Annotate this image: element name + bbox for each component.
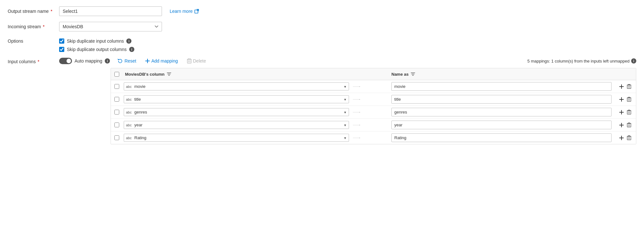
name-as-input[interactable] (391, 108, 612, 116)
row-actions (617, 96, 636, 102)
add-row-icon (619, 110, 624, 115)
arrow-connector (350, 97, 363, 102)
mapping-info-icon: i (631, 58, 636, 64)
input-columns-label-text: Input columns (8, 59, 36, 64)
svg-marker-34 (359, 124, 360, 125)
delete-row-button[interactable] (626, 122, 632, 128)
arrow-connector (350, 84, 363, 89)
delete-row-button[interactable] (626, 135, 632, 141)
output-stream-input[interactable] (59, 6, 162, 16)
svg-rect-29 (627, 111, 631, 114)
mapping-info: 5 mappings: 1 column(s) from the inputs … (527, 58, 636, 64)
delete-row-icon (627, 110, 631, 115)
name-as-cell (389, 121, 617, 129)
mappings-table: MoviesDB's column Name as (111, 68, 636, 144)
skip-duplicate-output-checkbox[interactable] (59, 47, 64, 52)
add-row-button[interactable] (619, 122, 624, 128)
toggle-thumb (67, 59, 71, 63)
row-actions (617, 83, 636, 89)
incoming-stream-select[interactable]: MoviesDB (59, 22, 162, 31)
skip-duplicate-input-info-icon: i (126, 38, 131, 44)
row-checkbox[interactable] (114, 84, 119, 89)
row-actions (617, 109, 636, 115)
col1-filter-icon[interactable] (166, 72, 172, 77)
arrow-line-svg (353, 97, 361, 102)
name-as-input[interactable] (391, 95, 612, 104)
add-row-button[interactable] (619, 135, 624, 141)
svg-rect-21 (627, 98, 631, 101)
reset-button[interactable]: Reset (116, 58, 138, 64)
arrow-line-svg (353, 84, 361, 89)
skip-duplicate-output-label: Skip duplicate output columns (67, 47, 127, 52)
row-checkbox-cell (111, 84, 122, 89)
add-row-icon (619, 136, 624, 140)
svg-rect-4 (187, 59, 191, 63)
skip-duplicate-input-checkbox[interactable] (59, 38, 64, 44)
header-checkbox-cell (111, 72, 122, 77)
column-select[interactable]: movietitlegenresyearRating (134, 97, 347, 102)
arrow-connector (350, 135, 363, 140)
delete-row-icon (627, 84, 631, 89)
add-mapping-label: Add mapping (151, 58, 178, 64)
arrow-line-svg (353, 123, 361, 128)
skip-duplicate-input-label: Skip duplicate input columns (67, 38, 124, 44)
delete-row-button[interactable] (626, 109, 632, 115)
add-mapping-button[interactable]: Add mapping (144, 58, 179, 64)
column-select[interactable]: movietitlegenresyearRating (134, 110, 347, 115)
name-as-cell (389, 82, 617, 91)
toggle-track (59, 58, 72, 64)
svg-rect-13 (627, 85, 631, 89)
add-row-icon (619, 123, 624, 127)
arrow-line-svg (353, 110, 361, 115)
incoming-stream-row: Incoming stream * MoviesDB (8, 22, 636, 31)
column-select[interactable]: movietitlegenresyearRating (134, 123, 347, 127)
external-link-icon (194, 9, 199, 13)
table-row: abc movietitlegenresyearRating ▼ (111, 119, 636, 131)
delete-row-icon (627, 97, 631, 102)
delete-row-button[interactable] (626, 96, 632, 102)
col2-filter-icon[interactable] (410, 72, 416, 77)
add-row-button[interactable] (619, 109, 624, 115)
col2-header: Name as (389, 72, 617, 77)
column-select-wrap: abc movietitlegenresyearRating ▼ (124, 134, 349, 142)
name-as-input[interactable] (391, 82, 612, 91)
options-label: Options (8, 38, 59, 44)
required-star-input: * (36, 59, 39, 64)
column-select-wrap: abc movietitlegenresyearRating ▼ (124, 108, 349, 116)
output-stream-row: Output stream name * Learn more (8, 6, 636, 16)
svg-marker-10 (359, 86, 360, 87)
row-checkbox[interactable] (114, 97, 119, 102)
delete-row-icon (627, 135, 631, 140)
learn-more-link[interactable]: Learn more (170, 9, 199, 14)
row-checkbox[interactable] (114, 123, 119, 127)
select-all-checkbox[interactable] (114, 72, 119, 77)
mapping-toolbar: Auto mapping i Reset (59, 58, 636, 64)
table-row: abc movietitlegenresyearRating ▼ (111, 131, 636, 144)
row-checkbox[interactable] (114, 135, 119, 140)
svg-rect-37 (627, 123, 631, 127)
col-type-badge: abc (126, 123, 133, 127)
column-select[interactable]: movietitlegenresyearRating (134, 84, 347, 89)
options-col: Skip duplicate input columns i Skip dupl… (59, 38, 134, 52)
col2-header-text: Name as (391, 72, 408, 77)
table-row: abc movietitlegenresyearRating ▼ (111, 80, 636, 93)
add-row-button[interactable] (619, 97, 624, 102)
row-checkbox[interactable] (114, 110, 119, 115)
auto-mapping-toggle[interactable]: Auto mapping i (59, 58, 110, 64)
delete-button[interactable]: Delete (186, 58, 207, 64)
delete-row-icon (627, 123, 631, 127)
add-row-button[interactable] (619, 84, 624, 89)
col-type-badge: abc (126, 110, 133, 114)
name-as-input[interactable] (391, 133, 612, 142)
arrow-connector (350, 123, 363, 128)
row-checkbox-cell (111, 110, 122, 115)
reset-label: Reset (124, 58, 136, 64)
delete-icon (187, 58, 192, 64)
table-row: abc movietitlegenresyearRating ▼ (111, 106, 636, 119)
input-columns-content: Auto mapping i Reset (59, 58, 636, 144)
learn-more-text: Learn more (170, 9, 193, 14)
delete-row-button[interactable] (626, 83, 632, 89)
name-as-input[interactable] (391, 121, 612, 129)
column-select[interactable]: movietitlegenresyearRating (134, 135, 347, 140)
input-columns-label: Input columns * (8, 58, 59, 64)
